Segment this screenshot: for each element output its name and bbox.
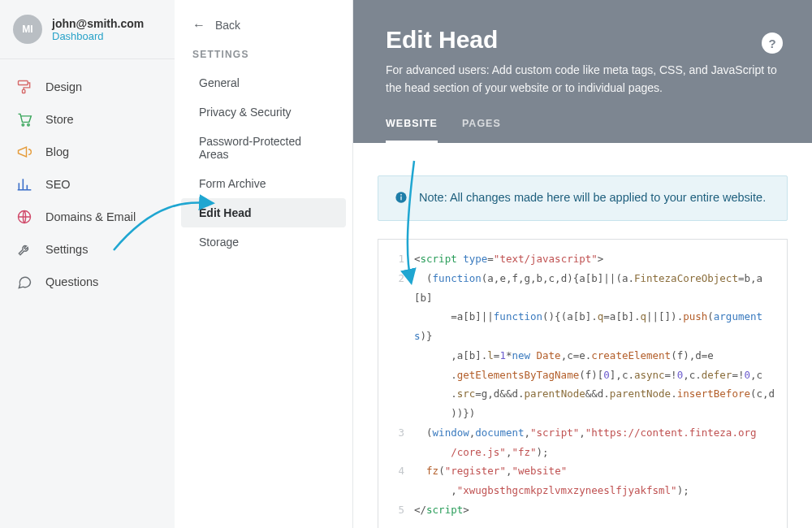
nav-label: Questions (45, 275, 98, 288)
nav-label: Domains & Email (45, 210, 136, 223)
svg-point-3 (28, 123, 30, 126)
nav-label: Store (45, 113, 74, 126)
settings-item-general[interactable]: General (181, 68, 346, 97)
tab-website[interactable]: WEBSITE (386, 118, 438, 143)
settings-item-storage[interactable]: Storage (181, 227, 346, 257)
svg-rect-1 (23, 89, 25, 93)
settings-heading: SETTINGS (175, 49, 352, 68)
settings-item-password-areas[interactable]: Password-Protected Areas (181, 127, 346, 169)
nav-label: Design (45, 80, 82, 93)
sidebar-item-questions[interactable]: Questions (0, 266, 175, 298)
cart-icon (16, 111, 32, 128)
sidebar-item-domains[interactable]: Domains & Email (0, 201, 175, 233)
primary-sidebar: MI john@smith.com Dashboard Design Store… (0, 0, 175, 528)
paint-roller-icon (16, 79, 32, 95)
tabs: WEBSITE PAGES (386, 118, 780, 143)
settings-item-edit-head[interactable]: Edit Head (181, 198, 346, 227)
back-label: Back (215, 19, 240, 32)
sidebar-item-store[interactable]: Store (0, 103, 175, 136)
sidebar-item-design[interactable]: Design (0, 71, 175, 103)
chat-icon (16, 274, 32, 290)
globe-icon (16, 209, 32, 225)
settings-item-form-archive[interactable]: Form Archive (181, 169, 346, 198)
note-text: Note: All changes made here will be appl… (419, 189, 766, 207)
svg-point-2 (22, 123, 24, 126)
info-icon (395, 191, 408, 206)
svg-rect-6 (400, 197, 401, 201)
page-title: Edit Head (386, 26, 780, 54)
tab-pages[interactable]: PAGES (462, 118, 501, 143)
back-button[interactable]: ← Back (175, 18, 352, 49)
sidebar-item-blog[interactable]: Blog (0, 136, 175, 168)
user-email: john@smith.com (52, 17, 144, 30)
main-content: ? Edit Head For advanced users: Add cust… (353, 0, 812, 528)
sidebar-item-settings[interactable]: Settings (0, 233, 175, 266)
help-button[interactable]: ? (762, 32, 783, 54)
info-note: Note: All changes made here will be appl… (378, 175, 788, 221)
code-editor[interactable]: 1<script type="text/javascript"> 2 (func… (378, 239, 788, 528)
nav-label: SEO (45, 178, 71, 191)
arrow-left-icon: ← (192, 18, 205, 32)
user-block[interactable]: MI john@smith.com Dashboard (0, 15, 175, 59)
megaphone-icon (16, 144, 32, 160)
nav-label: Blog (45, 145, 69, 158)
dashboard-link[interactable]: Dashboard (52, 30, 144, 42)
sidebar-item-seo[interactable]: SEO (0, 168, 175, 201)
main-header: ? Edit Head For advanced users: Add cust… (353, 0, 812, 143)
bars-icon (16, 176, 32, 193)
svg-rect-0 (19, 81, 28, 85)
settings-panel: ← Back SETTINGS General Privacy & Securi… (175, 0, 353, 528)
main-body: Note: All changes made here will be appl… (353, 143, 812, 528)
nav-label: Settings (45, 243, 88, 256)
page-description: For advanced users: Add custom code like… (386, 62, 780, 97)
settings-item-privacy[interactable]: Privacy & Security (181, 97, 346, 127)
svg-point-7 (400, 194, 402, 196)
wrench-icon (16, 241, 32, 258)
avatar: MI (13, 15, 42, 44)
